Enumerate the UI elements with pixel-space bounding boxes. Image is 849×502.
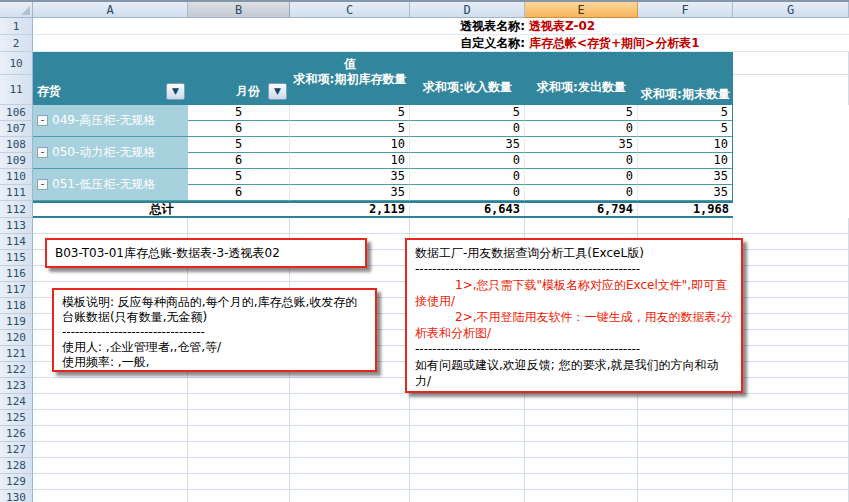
empty-g-cell[interactable] <box>733 201 849 218</box>
empty-cell[interactable] <box>638 458 733 474</box>
empty-cell[interactable] <box>410 458 525 474</box>
pivot-table-name-label[interactable]: 透视表名称: <box>33 18 525 35</box>
row-header[interactable]: 114 <box>0 234 33 250</box>
row-header-1[interactable]: 1 <box>0 18 33 35</box>
custom-name-value[interactable]: 库存总帐<存货+期间>分析表1 <box>525 35 849 52</box>
opening-qty-cell[interactable]: 5 <box>290 121 410 137</box>
empty-cell[interactable] <box>638 442 733 458</box>
column-header-g[interactable]: G <box>733 2 849 18</box>
total-opening-qty[interactable]: 2,119 <box>290 203 410 216</box>
month-field-header[interactable]: 月份 ▼ <box>188 52 290 105</box>
collapse-minus-icon[interactable]: - <box>37 147 48 158</box>
empty-cell[interactable] <box>733 266 849 282</box>
row-header-111[interactable]: 111 <box>0 185 33 201</box>
collapse-minus-icon[interactable]: - <box>37 179 48 190</box>
row-header-107[interactable]: 107 <box>0 121 33 137</box>
row-header-110[interactable]: 110 <box>0 169 33 185</box>
row-header[interactable]: 127 <box>0 442 33 458</box>
empty-cell[interactable] <box>33 442 188 458</box>
empty-cell[interactable] <box>188 218 290 234</box>
empty-cell[interactable] <box>733 426 849 442</box>
issued-qty-cell[interactable]: 35 <box>525 137 638 153</box>
empty-cell[interactable] <box>290 266 410 282</box>
empty-cell[interactable] <box>733 410 849 426</box>
empty-cell[interactable] <box>525 442 638 458</box>
empty-cell[interactable] <box>733 362 849 378</box>
empty-cell[interactable] <box>290 218 410 234</box>
empty-cell[interactable] <box>410 394 525 410</box>
empty-cell[interactable] <box>188 410 290 426</box>
row-header-106[interactable]: 106 <box>0 105 33 121</box>
row-header-112[interactable]: 112 <box>0 201 33 218</box>
row-header[interactable]: 118 <box>0 298 33 314</box>
empty-cell[interactable] <box>290 410 410 426</box>
empty-cell[interactable] <box>188 490 290 502</box>
row-header[interactable]: 122 <box>0 362 33 378</box>
item-cell-050[interactable]: - 050-动力柜-无规格 <box>33 137 188 169</box>
issued-qty-cell[interactable]: 0 <box>525 185 638 201</box>
empty-cell[interactable] <box>733 458 849 474</box>
empty-cell[interactable] <box>188 474 290 490</box>
empty-cell[interactable] <box>188 426 290 442</box>
pivot-table-name-value[interactable]: 透视表Z-02 <box>525 18 849 35</box>
row-header[interactable]: 126 <box>0 426 33 442</box>
row-header[interactable]: 129 <box>0 474 33 490</box>
empty-cell[interactable] <box>33 378 188 394</box>
empty-cell[interactable] <box>733 346 849 362</box>
empty-cell[interactable] <box>733 218 849 234</box>
empty-cell[interactable] <box>33 490 188 502</box>
collapse-minus-icon[interactable]: - <box>37 115 48 126</box>
received-qty-header[interactable]: 求和项:收入数量 <box>410 52 525 105</box>
template-description-box[interactable]: 模板说明: 反应每种商品的,每个月的,库存总账,收发存的台账数据(只有数量,无金… <box>52 288 377 372</box>
row-header[interactable]: 125 <box>0 410 33 426</box>
month-cell[interactable]: 6 <box>188 153 290 169</box>
row-header[interactable]: 123 <box>0 378 33 394</box>
empty-cell[interactable] <box>638 410 733 426</box>
column-header-a[interactable]: A <box>33 2 188 18</box>
empty-cell[interactable] <box>733 490 849 502</box>
opening-qty-cell[interactable]: 35 <box>290 169 410 185</box>
empty-cell[interactable] <box>290 490 410 502</box>
closing-qty-cell[interactable]: 5 <box>638 105 733 121</box>
opening-qty-cell[interactable]: 10 <box>290 137 410 153</box>
row-header[interactable]: 130 <box>0 490 33 502</box>
empty-cell[interactable] <box>525 458 638 474</box>
values-opening-qty-header[interactable]: 值 求和项:期初库存数量 <box>290 52 410 105</box>
empty-cell[interactable] <box>290 442 410 458</box>
total-received-qty[interactable]: 6,643 <box>410 203 525 216</box>
month-cell[interactable]: 6 <box>188 121 290 137</box>
empty-cell[interactable] <box>410 218 525 234</box>
closing-qty-cell[interactable]: 35 <box>638 169 733 185</box>
g-column-filler[interactable] <box>733 52 849 105</box>
empty-cell[interactable] <box>638 426 733 442</box>
row-header[interactable]: 121 <box>0 346 33 362</box>
item-cell-051[interactable]: - 051-低压柜-无规格 <box>33 169 188 201</box>
select-all-button[interactable] <box>0 2 33 18</box>
empty-cell[interactable] <box>638 490 733 502</box>
empty-cell[interactable] <box>525 394 638 410</box>
empty-g-cell[interactable] <box>733 105 849 121</box>
empty-g-cell[interactable] <box>733 153 849 169</box>
total-closing-qty[interactable]: 1,968 <box>638 203 733 216</box>
column-header-d[interactable]: D <box>410 2 525 18</box>
empty-cell[interactable] <box>188 442 290 458</box>
grand-total-label[interactable]: 总计 <box>33 203 290 216</box>
inventory-field-header[interactable]: 存货 ▼ <box>33 52 188 105</box>
column-header-b[interactable]: B <box>188 2 290 18</box>
empty-cell[interactable] <box>525 426 638 442</box>
empty-g-cell[interactable] <box>733 185 849 201</box>
item-cell-049[interactable]: - 049-高压柜-无规格 <box>33 105 188 137</box>
empty-cell[interactable] <box>33 474 188 490</box>
empty-cell[interactable] <box>638 394 733 410</box>
row-header[interactable]: 116 <box>0 266 33 282</box>
empty-g-cell[interactable] <box>733 121 849 137</box>
closing-qty-header[interactable]: 求和项:期末数量 <box>638 52 733 105</box>
column-header-f[interactable]: F <box>638 2 733 18</box>
closing-qty-cell[interactable]: 10 <box>638 137 733 153</box>
closing-qty-cell[interactable]: 5 <box>638 121 733 137</box>
received-qty-cell[interactable]: 5 <box>410 105 525 121</box>
empty-g-cell[interactable] <box>733 137 849 153</box>
empty-cell[interactable] <box>733 474 849 490</box>
title-note-box[interactable]: B03-T03-01库存总账-数据表-3-透视表02 <box>45 238 367 268</box>
month-cell[interactable]: 5 <box>188 105 290 121</box>
